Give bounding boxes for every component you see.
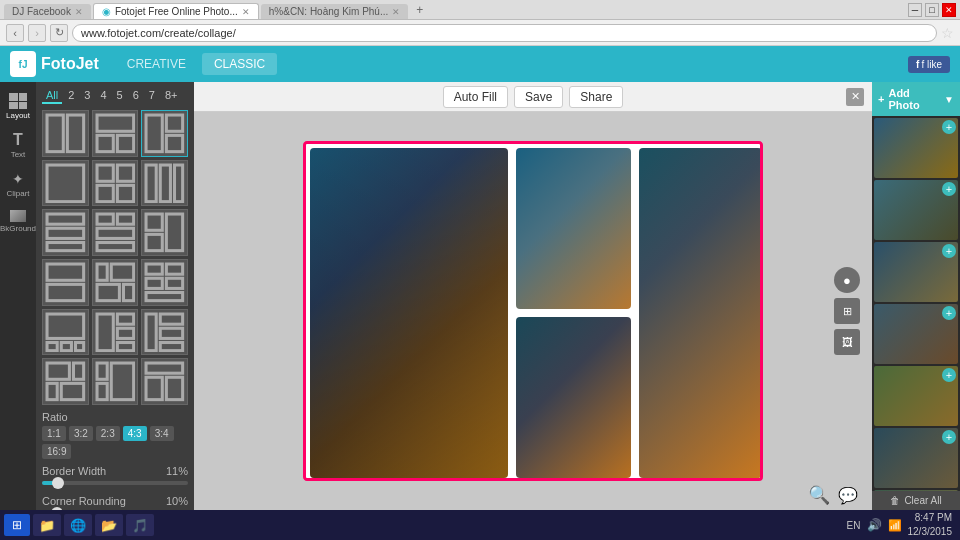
- share-button[interactable]: Share: [569, 86, 623, 108]
- layout-thumb-8[interactable]: [92, 209, 139, 256]
- photo-cell-2[interactable]: [516, 148, 631, 309]
- layout-thumb-1[interactable]: [42, 110, 89, 157]
- layout-thumb-9[interactable]: [141, 209, 188, 256]
- layout-thumb-13[interactable]: [42, 309, 89, 356]
- layout-thumb-10[interactable]: [42, 259, 89, 306]
- canvas-bottom-controls: 🔍 💬: [808, 484, 858, 506]
- layout-thumb-5[interactable]: [92, 160, 139, 207]
- num-tab-6[interactable]: 6: [129, 88, 143, 104]
- photo-item-6[interactable]: +: [874, 428, 958, 488]
- photo-add-icon-1[interactable]: +: [942, 120, 956, 134]
- num-tab-3[interactable]: 3: [80, 88, 94, 104]
- photo-item-2[interactable]: +: [874, 180, 958, 240]
- back-button[interactable]: ‹: [6, 24, 24, 42]
- taskbar-item-music[interactable]: 🎵: [126, 514, 154, 536]
- nav-tab-classic[interactable]: CLASSIC: [202, 53, 277, 75]
- close-canvas-button[interactable]: ✕: [846, 88, 864, 106]
- ratio-2-3[interactable]: 2:3: [96, 426, 120, 441]
- forward-button[interactable]: ›: [28, 24, 46, 42]
- ratio-3-2[interactable]: 3:2: [69, 426, 93, 441]
- num-tab-all[interactable]: All: [42, 88, 62, 104]
- browser-tab2[interactable]: h%&CN: Hoàng Kim Phú... ✕: [261, 4, 409, 19]
- url-bar[interactable]: www.fotojet.com/create/collage/: [72, 24, 937, 42]
- layout-thumb-7[interactable]: [42, 209, 89, 256]
- tool-crop-icon[interactable]: ⊞: [834, 298, 860, 324]
- photo-cell-1[interactable]: [310, 148, 508, 478]
- save-button[interactable]: Save: [514, 86, 563, 108]
- layout-thumb-17[interactable]: [92, 358, 139, 405]
- layout-thumb-3[interactable]: [141, 110, 188, 157]
- layout-thumb-14[interactable]: [92, 309, 139, 356]
- photo-item-5[interactable]: +: [874, 366, 958, 426]
- layout-thumb-2[interactable]: [92, 110, 139, 157]
- zoom-in-icon[interactable]: 🔍: [808, 484, 830, 506]
- svg-rect-42: [117, 314, 133, 324]
- sidebar-item-clipart[interactable]: ✦ Clipart: [2, 166, 34, 203]
- dropdown-icon[interactable]: ▼: [944, 94, 954, 105]
- layout-thumb-6[interactable]: [141, 160, 188, 207]
- border-width-slider[interactable]: [42, 481, 188, 485]
- photo-add-icon-3[interactable]: +: [942, 244, 956, 258]
- tab-close-icon3[interactable]: ✕: [392, 7, 400, 17]
- clear-all-button[interactable]: 🗑 Clear All: [872, 491, 960, 510]
- start-button[interactable]: ⊞: [4, 514, 30, 536]
- border-width-label: Border Width: [42, 465, 106, 477]
- svg-rect-13: [146, 165, 156, 202]
- tool-image-icon[interactable]: 🖼: [834, 329, 860, 355]
- num-tab-4[interactable]: 4: [96, 88, 110, 104]
- refresh-button[interactable]: ↻: [50, 24, 68, 42]
- browser-tab-active[interactable]: ◉ Fotojet Free Online Photo... ✕: [93, 3, 259, 19]
- new-tab-button[interactable]: +: [410, 1, 429, 19]
- nav-tab-creative[interactable]: CREATIVE: [115, 53, 198, 75]
- sidebar-item-text[interactable]: T Text: [2, 127, 34, 164]
- photo-add-icon-5[interactable]: +: [942, 368, 956, 382]
- volume-icon[interactable]: 🔊: [867, 518, 882, 532]
- sidebar-item-layout[interactable]: Layout: [2, 88, 34, 125]
- photo-cell-3[interactable]: [639, 148, 762, 478]
- border-width-thumb[interactable]: [52, 477, 64, 489]
- maximize-button[interactable]: □: [925, 3, 939, 17]
- taskbar-item-folder[interactable]: 📁: [33, 514, 61, 536]
- taskbar-item-files[interactable]: 📂: [95, 514, 123, 536]
- network-icon[interactable]: 📶: [888, 519, 902, 532]
- svg-rect-43: [117, 328, 133, 338]
- num-tab-8plus[interactable]: 8+: [161, 88, 182, 104]
- taskbar-item-browser[interactable]: 🌐: [64, 514, 92, 536]
- photo-add-icon-4[interactable]: +: [942, 306, 956, 320]
- corner-rounding-thumb[interactable]: [51, 507, 63, 510]
- photo-item-4[interactable]: +: [874, 304, 958, 364]
- facebook-like-button[interactable]: f f like: [908, 56, 950, 73]
- photo-add-icon-6[interactable]: +: [942, 430, 956, 444]
- photo-item-7[interactable]: +: [874, 490, 958, 491]
- photo-item-1[interactable]: +: [874, 118, 958, 178]
- add-photo-button[interactable]: + Add Photo ▼: [872, 82, 960, 116]
- ratio-3-4[interactable]: 3:4: [150, 426, 174, 441]
- tool-circle-icon[interactable]: ●: [834, 267, 860, 293]
- ratio-1-1[interactable]: 1:1: [42, 426, 66, 441]
- tab-close-icon[interactable]: ✕: [75, 7, 83, 17]
- tab-close-icon2[interactable]: ✕: [242, 7, 250, 17]
- layout-thumb-12[interactable]: [141, 259, 188, 306]
- layout-thumb-4[interactable]: [42, 160, 89, 207]
- num-tab-2[interactable]: 2: [64, 88, 78, 104]
- auto-fill-button[interactable]: Auto Fill: [443, 86, 508, 108]
- num-tab-7[interactable]: 7: [145, 88, 159, 104]
- ratio-16-9[interactable]: 16:9: [42, 444, 71, 459]
- ratio-4-3[interactable]: 4:3: [123, 426, 147, 441]
- photo-cell-4[interactable]: [516, 317, 631, 478]
- num-tabs: All 2 3 4 5 6 7 8+: [42, 88, 188, 104]
- star-icon[interactable]: ☆: [941, 25, 954, 41]
- photo-item-3[interactable]: +: [874, 242, 958, 302]
- sidebar-item-background[interactable]: BkGround: [2, 205, 34, 238]
- browser-tab[interactable]: DJ Facebook ✕: [4, 4, 91, 19]
- photo-add-icon-2[interactable]: +: [942, 182, 956, 196]
- chat-icon[interactable]: 💬: [838, 486, 858, 505]
- layout-thumb-11[interactable]: [92, 259, 139, 306]
- minimize-button[interactable]: ─: [908, 3, 922, 17]
- layout-thumb-18[interactable]: [141, 358, 188, 405]
- layout-thumb-15[interactable]: [141, 309, 188, 356]
- close-button[interactable]: ✕: [942, 3, 956, 17]
- num-tab-5[interactable]: 5: [113, 88, 127, 104]
- layout-thumb-16[interactable]: [42, 358, 89, 405]
- svg-rect-2: [97, 115, 134, 131]
